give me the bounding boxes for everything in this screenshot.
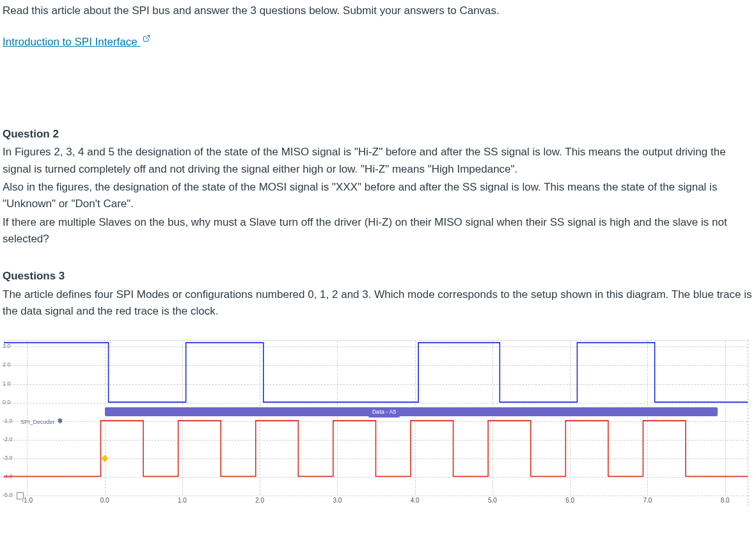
intro-text: Read this article about the SPI bus and … [3, 3, 752, 19]
spacer [3, 56, 752, 126]
question-2-p1: In Figures 2, 3, 4 and 5 the designation… [3, 144, 752, 178]
question-2-p3: If there are multiple Slaves on the bus,… [3, 214, 752, 248]
spi-link[interactable]: Introduction to SPI Interface [3, 36, 150, 48]
gear-icon[interactable] [56, 418, 63, 427]
trace-svg [4, 341, 748, 506]
question-2-p2: Also in the figures, the designation of … [3, 179, 752, 213]
trace-clock-red [4, 421, 748, 476]
decoder-band [105, 407, 718, 416]
external-link-icon [143, 31, 150, 47]
oscilloscope-chart: 3.02.01.00.0-1.0-2.0-3.0-4.0-5.0-1.00.01… [4, 340, 748, 506]
question-2: Question 2 In Figures 2, 3, 4 and 5 the … [3, 126, 752, 247]
spi-decoder-label: SPI_Decoder [20, 418, 63, 427]
svg-line-0 [146, 36, 150, 40]
decoder-band-label: Data - A5 [368, 407, 400, 418]
page: Read this article about the SPI bus and … [0, 0, 756, 555]
spi-link-text: Introduction to SPI Interface [3, 36, 138, 48]
question-3: Questions 3 The article defines four SPI… [3, 268, 752, 320]
question-3-p1: The article defines four SPI Modes or co… [3, 286, 752, 320]
trace-data-blue [4, 343, 748, 402]
spi-decoder-text: SPI_Decoder [20, 419, 55, 425]
axis-handle-icon[interactable] [17, 492, 24, 499]
question-2-heading: Question 2 [3, 126, 752, 143]
question-3-heading: Questions 3 [3, 268, 752, 285]
